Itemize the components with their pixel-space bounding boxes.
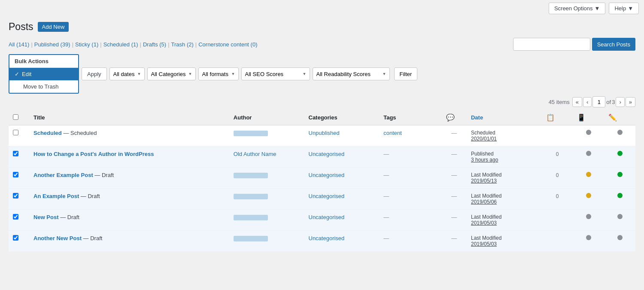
category-link[interactable]: Uncategorised (309, 235, 345, 241)
last-page-button[interactable]: » (626, 97, 635, 107)
post-seo-dot-cell (573, 147, 604, 168)
table-row: An Example Post — DraftUncategorised——La… (9, 189, 635, 210)
post-tags-cell: — (379, 168, 442, 189)
bulk-actions-dropdown[interactable]: Bulk Actions ✓ Edit Move to Trash (9, 54, 79, 94)
post-category-cell: Uncategorised (304, 231, 380, 252)
prev-page-button[interactable]: ‹ (583, 97, 592, 107)
readability-dot (617, 193, 623, 198)
category-link[interactable]: Uncategorised (309, 193, 345, 199)
date-value: 2019/05/13 (471, 178, 538, 184)
score1-icon: 📋 (546, 114, 555, 121)
page-navigation: « ‹ of 3 › » (572, 96, 635, 107)
score-value: 0 (556, 172, 559, 178)
bulk-actions-wrapper: Bulk Actions ✓ Edit Move to Trash (9, 54, 79, 94)
all-filter-link[interactable]: All (141) (9, 41, 29, 48)
row-checkbox-2[interactable] (13, 172, 18, 177)
title-column-header[interactable]: Title (29, 110, 229, 125)
filter-button[interactable]: Filter (394, 67, 418, 80)
move-to-trash-option[interactable]: Move to Trash (9, 80, 78, 93)
readability-filter[interactable]: All Readability Scores (313, 67, 390, 80)
date-column-header[interactable]: Date (467, 110, 542, 125)
comments-count: — (451, 235, 457, 241)
post-tags-cell: — (379, 147, 442, 168)
author-column-header: Author (229, 110, 304, 125)
dates-filter[interactable]: All dates (109, 67, 145, 80)
date-type: Published (471, 151, 538, 157)
comments-column-header: 💬 (442, 110, 467, 125)
post-title-link[interactable]: An Example Post (33, 193, 79, 199)
tags-empty: — (383, 151, 389, 157)
row-checkbox-5[interactable] (13, 235, 18, 241)
screen-options-button[interactable]: Screen Options ▼ (549, 3, 605, 14)
post-category-cell: Unpublished (304, 125, 380, 147)
post-author-cell: Old Author Name (229, 147, 304, 168)
search-input[interactable] (513, 38, 590, 51)
row-checkbox-4[interactable] (13, 214, 18, 220)
drafts-filter: Drafts (5) | (143, 41, 171, 48)
formats-filter[interactable]: All formats (198, 67, 239, 80)
post-tags-cell: — (379, 231, 442, 252)
categories-filter[interactable]: All Categories (147, 67, 196, 80)
row-checkbox-1[interactable] (13, 151, 18, 156)
cornerstone-filter: Cornerstone content (0) (198, 41, 257, 48)
readability-dot (617, 130, 623, 135)
category-link[interactable]: Uncategorised (309, 214, 345, 220)
comments-count: — (451, 193, 457, 199)
post-title-link[interactable]: New Post (33, 214, 59, 220)
search-box: Search Posts (513, 38, 635, 51)
post-comments-cell: — (442, 231, 467, 252)
search-posts-button[interactable]: Search Posts (592, 38, 635, 51)
apply-button[interactable]: Apply (82, 67, 107, 80)
readability-dot (617, 151, 623, 156)
published-filter-link[interactable]: Published (39) (34, 41, 70, 48)
category-link[interactable]: Unpublished (309, 130, 340, 136)
post-comments-cell: — (442, 147, 467, 168)
row-checkbox-3[interactable] (13, 193, 18, 198)
help-button[interactable]: Help ▼ (609, 3, 639, 14)
date-value: 3 hours ago (471, 157, 538, 163)
sticky-filter-link[interactable]: Sticky (1) (75, 41, 98, 48)
bulk-actions-menu: Bulk Actions ✓ Edit Move to Trash (9, 55, 78, 93)
readability-dot (617, 214, 623, 219)
edit-option[interactable]: ✓ Edit (9, 68, 78, 80)
cornerstone-filter-link[interactable]: Cornerstone content (0) (198, 41, 257, 48)
post-title-cell: How to Change a Post's Author in WordPre… (29, 147, 229, 168)
add-new-button[interactable]: Add New (38, 22, 69, 32)
post-category-cell: Uncategorised (304, 210, 380, 231)
post-date-cell: Last Modified2019/05/03 (467, 210, 542, 231)
category-link[interactable]: Uncategorised (309, 151, 345, 157)
select-all-checkbox[interactable] (13, 114, 18, 120)
filters-row: All (141) | Published (39) | Sticky (1) … (9, 38, 635, 51)
category-link[interactable]: Uncategorised (309, 172, 345, 178)
seo-filter[interactable]: All SEO Scores (241, 67, 310, 80)
post-seo-dot-cell (573, 210, 604, 231)
screen-options-arrow-icon: ▼ (595, 5, 600, 12)
first-page-button[interactable]: « (572, 97, 582, 107)
post-title-link[interactable]: Another New Post (33, 235, 82, 241)
tag-link[interactable]: content (383, 130, 402, 136)
post-score-cell: 0 (542, 189, 573, 210)
next-page-button[interactable]: › (616, 97, 624, 107)
post-date-cell: Last Modified2019/05/06 (467, 189, 542, 210)
post-title-link[interactable]: Scheduled (33, 130, 62, 136)
author-link[interactable]: Old Author Name (234, 151, 276, 157)
post-title-link[interactable]: How to Change a Post's Author in WordPre… (33, 151, 154, 157)
comments-count: — (451, 130, 457, 136)
dates-filter-wrapper: All dates (109, 67, 145, 80)
scheduled-filter-link[interactable]: Scheduled (1) (103, 41, 138, 48)
post-status: — Scheduled (62, 130, 97, 136)
post-title-cell: Scheduled — Scheduled (29, 125, 229, 147)
drafts-filter-link[interactable]: Drafts (5) (143, 41, 166, 48)
row-checkbox-0[interactable] (13, 130, 18, 135)
post-score-cell: 0 (542, 168, 573, 189)
current-page-input[interactable] (592, 96, 605, 107)
table-row: Another Example Post — DraftUncategorise… (9, 168, 635, 189)
post-date-cell: Last Modified2019/05/03 (467, 231, 542, 252)
post-seo-dot-cell (573, 125, 604, 147)
trash-filter-link[interactable]: Trash (2) (171, 41, 194, 48)
post-comments-cell: — (442, 125, 467, 147)
comments-count: — (451, 151, 457, 157)
post-readability-dot-cell (604, 231, 635, 252)
post-date-cell: Scheduled2020/01/01 (467, 125, 542, 147)
post-title-link[interactable]: Another Example Post (33, 172, 93, 178)
